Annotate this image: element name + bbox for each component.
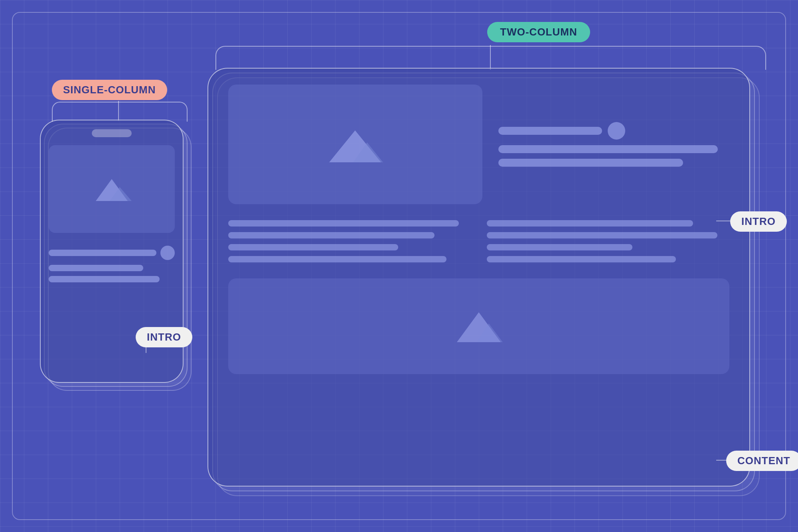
mountain-icon-tablet-top xyxy=(325,124,385,164)
tablet-mid-bar-3 xyxy=(228,232,435,238)
tablet-text-row-1 xyxy=(498,122,729,140)
tablet-mid-bar-8 xyxy=(487,256,676,262)
tablet-bar-1 xyxy=(498,127,602,135)
tablet-mid-bar-7 xyxy=(228,256,446,262)
phone-image-placeholder xyxy=(49,145,175,233)
tablet-middle-text xyxy=(228,220,729,262)
intro-label-tablet: INTRO xyxy=(730,211,787,232)
tablet-mid-bar-2 xyxy=(487,220,693,227)
tablet-top-row xyxy=(228,85,729,204)
tablet-bar-3 xyxy=(498,159,683,167)
tablet-bottom-image xyxy=(228,278,729,374)
tablet-mid-bar-1 xyxy=(228,220,459,227)
phone-notch xyxy=(92,129,132,137)
two-column-brace xyxy=(215,46,766,70)
tablet-image-placeholder xyxy=(228,85,482,204)
tablet-bar-2 xyxy=(498,145,718,153)
single-column-brace xyxy=(52,102,188,122)
tablet-mid-bar-6 xyxy=(487,244,632,250)
content-label: CONTENT xyxy=(726,451,798,471)
tablet-mid-bar-4 xyxy=(487,232,717,238)
mountain-icon-tablet-bottom xyxy=(453,308,505,344)
phone-text-bar-1 xyxy=(49,250,156,256)
phone-text-bar-3 xyxy=(49,276,160,282)
phone-text-row-1 xyxy=(49,246,175,260)
tablet-mid-bar-5 xyxy=(228,244,398,250)
single-column-label: SINGLE-COLUMN xyxy=(52,80,167,100)
tablet-main-frame xyxy=(207,68,750,487)
two-column-label: TWO-COLUMN xyxy=(487,22,590,42)
phone-circle-1 xyxy=(160,246,175,260)
tablet-right-text xyxy=(498,85,729,204)
mountain-icon-phone xyxy=(92,175,132,203)
phone-text-bar-2 xyxy=(49,265,143,271)
two-column-label-wrapper: TWO-COLUMN xyxy=(279,22,798,42)
connector-content-h xyxy=(716,460,727,461)
intro-label-phone: INTRO xyxy=(136,327,192,347)
tablet-circle-1 xyxy=(608,122,625,140)
phone-text-area xyxy=(41,239,183,294)
connector-intro-tablet-h xyxy=(716,221,731,221)
